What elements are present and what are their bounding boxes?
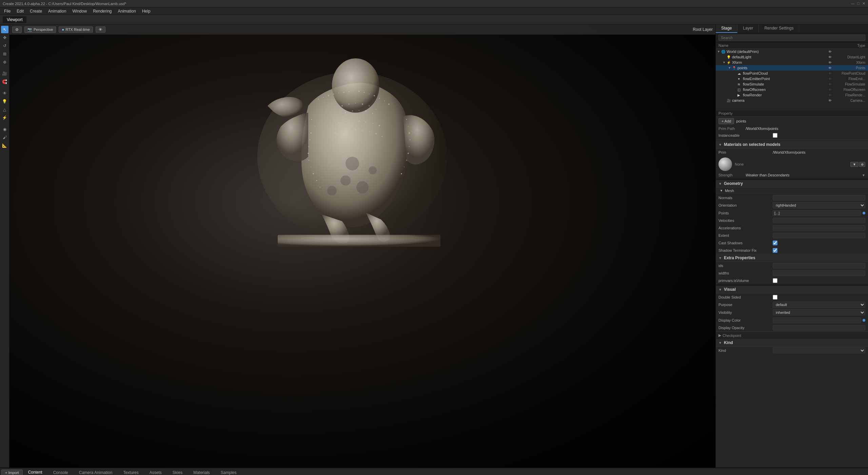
textures-tab[interactable]: Textures <box>118 469 144 475</box>
velocities-input[interactable] <box>773 218 865 223</box>
extent-input[interactable] <box>773 233 865 238</box>
tree-item-flowoffscreen[interactable]: ◫ flowOffscreen 👁 FlowOffscreen <box>716 87 868 92</box>
stage-tab[interactable]: Stage <box>716 24 737 33</box>
import-btn[interactable]: + Import <box>1 470 23 475</box>
tree-item-defaultlight[interactable]: 💡 defaultLight 👁 DistantLight <box>716 54 868 60</box>
rotate-tool[interactable]: ↺ <box>1 42 8 50</box>
perspective-btn[interactable]: 📷 Perspective <box>24 26 56 33</box>
tree-item-camera[interactable]: 🎥 camera 👁 Camera... <box>716 98 868 103</box>
kind-section-header[interactable]: ▼ Kind <box>716 339 868 347</box>
vis-off-icon[interactable]: 👁 <box>827 72 833 75</box>
vis-icon[interactable]: 👁 <box>827 66 833 70</box>
scale-tool[interactable]: ⊞ <box>1 50 8 58</box>
samples-tab[interactable]: Samples <box>215 469 242 475</box>
light-tool[interactable]: 💡 <box>1 98 8 105</box>
menu-create[interactable]: Create <box>27 8 45 14</box>
vis-off-icon[interactable]: 👁 <box>827 82 833 86</box>
vis-icon[interactable]: 👁 <box>827 50 833 54</box>
points-input[interactable] <box>773 210 861 216</box>
purpose-dropdown[interactable]: default render proxy guide <box>773 302 865 308</box>
material-connect-btn[interactable]: ⊕ <box>859 162 865 167</box>
menu-animation[interactable]: Animation <box>45 8 69 14</box>
tree-item-flowsimulate[interactable]: ≋ flowSimulate 👁 FlowSimulate <box>716 81 868 87</box>
shadow-terminator-checkbox[interactable] <box>773 248 777 253</box>
primvars-checkbox[interactable] <box>773 278 777 283</box>
stage-search-input[interactable] <box>718 35 865 41</box>
kind-dropdown[interactable]: model group assembly component subcompon… <box>773 347 865 354</box>
property-header: Property <box>716 110 868 117</box>
display-color-input[interactable] <box>773 318 861 323</box>
orientation-dropdown[interactable]: rightHanded leftHanded <box>773 202 865 208</box>
close-btn[interactable]: ✕ <box>862 1 865 6</box>
double-sided-checkbox[interactable] <box>773 295 777 300</box>
normals-input[interactable] <box>773 195 865 201</box>
menu-window[interactable]: Window <box>70 8 90 14</box>
visibility-tool[interactable]: 👁 <box>1 90 8 97</box>
content-tab[interactable]: Content <box>23 469 48 475</box>
vis-icon[interactable]: 👁 <box>827 99 833 102</box>
material-dropdown-btn[interactable]: ▼ <box>850 162 859 167</box>
visual-section-header[interactable]: ▼ Visual <box>716 286 868 293</box>
skies-tab[interactable]: Skies <box>167 469 188 475</box>
measure-tool[interactable]: 📐 <box>1 142 8 149</box>
purpose-label: Purpose <box>718 303 773 307</box>
widths-input[interactable] <box>773 270 865 276</box>
menu-rendering[interactable]: Rendering <box>90 8 114 14</box>
physics-tool[interactable]: ⚡ <box>1 114 8 121</box>
strength-dropdown-btn[interactable]: ▼ <box>862 173 865 177</box>
instanceable-checkbox[interactable] <box>773 133 777 138</box>
prim-path-label: Prim Path <box>718 127 746 131</box>
materials-section-header[interactable]: ▼ Materials on selected models <box>716 141 868 149</box>
tree-item-flowrender[interactable]: ▶ flowRender 👁 FlowRende... <box>716 92 868 98</box>
purpose-row: Purpose default render proxy guide <box>716 301 868 309</box>
vis-icon[interactable]: 👁 <box>827 61 833 64</box>
menu-file[interactable]: File <box>1 8 13 14</box>
svg-point-56 <box>335 132 336 134</box>
visibility-dropdown[interactable]: inherited invisible <box>773 309 865 316</box>
material-tool[interactable]: ◉ <box>1 126 8 133</box>
materials-tab[interactable]: Materials <box>188 469 215 475</box>
vis-off-icon[interactable]: 👁 <box>827 93 833 97</box>
tree-item-points[interactable]: ▼ 📍 points 👁 Points <box>716 65 868 71</box>
svg-point-45 <box>352 111 353 112</box>
tree-item-xform[interactable]: ▼ ⚡ Xform 👁 Xform <box>716 60 868 65</box>
console-tab[interactable]: Console <box>48 469 74 475</box>
main-layout: ↖ ✥ ↺ ⊞ ⊕ 🎥 🧲 👁 💡 △ ⚡ ◉ 🖌 📐 ⚙ 📷 Perspect… <box>0 24 868 468</box>
render-settings-tab[interactable]: Render Settings <box>759 24 799 33</box>
svg-point-26 <box>313 173 314 174</box>
vis-off-icon[interactable]: 👁 <box>827 77 833 81</box>
vis-off-icon[interactable]: 👁 <box>827 88 833 92</box>
tree-item-flowemitter[interactable]: ✦ flowEmitterPoint 👁 FlowEmit... <box>716 76 868 81</box>
cast-shadows-checkbox[interactable] <box>773 241 777 245</box>
add-property-btn[interactable]: + Add <box>718 118 734 124</box>
geometry-section-header[interactable]: ▼ Geometry <box>716 180 868 188</box>
paint-tool[interactable]: 🖌 <box>1 134 8 141</box>
select-tool[interactable]: ↖ <box>1 26 8 33</box>
menu-edit[interactable]: Edit <box>14 8 26 14</box>
minimize-btn[interactable]: — <box>851 1 854 6</box>
camera-animation-tab[interactable]: Camera Animation <box>74 469 118 475</box>
display-opacity-input[interactable] <box>773 325 865 330</box>
extra-properties-header[interactable]: ▼ Extra Properties <box>716 254 868 262</box>
viewport-settings-btn[interactable]: ⚙ <box>12 26 22 33</box>
menu-animation2[interactable]: Animation <box>115 8 139 14</box>
rtx-btn[interactable]: ● RTX Real-time <box>59 26 93 33</box>
vis-icon[interactable]: 👁 <box>827 55 833 59</box>
move-tool[interactable]: ✥ <box>1 34 8 41</box>
assets-tab[interactable]: Assets <box>144 469 167 475</box>
tree-item-flowpointcloud[interactable]: ☁ flowPointCloud 👁 FlowPointCloud <box>716 71 868 76</box>
camera-tool[interactable]: 🎥 <box>1 70 8 77</box>
viewport-tab[interactable]: Viewport <box>3 16 26 23</box>
tree-item-world[interactable]: ▼ 🌐 World (defaultPrim) 👁 <box>716 49 868 54</box>
mesh-subsection-header[interactable]: ▼ Mesh <box>716 188 868 194</box>
mesh-tool[interactable]: △ <box>1 106 8 113</box>
maximize-btn[interactable]: □ <box>857 1 860 6</box>
layer-tab[interactable]: Layer <box>737 24 759 33</box>
ids-input[interactable] <box>773 263 865 268</box>
universal-tool[interactable]: ⊕ <box>1 58 8 66</box>
accelerations-input[interactable] <box>773 225 865 231</box>
camera-view-btn[interactable]: 👁 <box>96 26 105 33</box>
viewport[interactable]: ⚙ 📷 Perspective ● RTX Real-time 👁 Root L… <box>9 24 715 468</box>
menu-help[interactable]: Help <box>139 8 153 14</box>
snap-tool[interactable]: 🧲 <box>1 78 8 86</box>
